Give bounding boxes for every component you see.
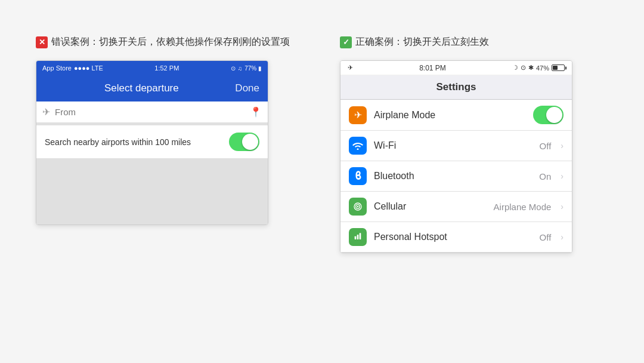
hotspot-chevron: ›	[561, 232, 564, 242]
right-status-time: 8:01 PM	[419, 64, 446, 72]
left-toggle-thumb	[242, 134, 258, 150]
bluetooth-icon: ϐ	[349, 167, 367, 185]
left-toggle[interactable]	[229, 133, 259, 151]
left-toggle-row: Search nearby airports within 100 miles	[36, 125, 268, 159]
cellular-icon	[349, 198, 367, 216]
wifi-icon	[349, 137, 367, 155]
left-gray-area	[36, 159, 268, 224]
settings-item-cellular[interactable]: Cellular Airplane Mode ›	[340, 192, 572, 222]
wifi-chevron: ›	[561, 141, 564, 150]
left-battery: 77% ▮	[244, 65, 262, 72]
left-nav-done[interactable]: Done	[235, 82, 259, 94]
right-battery-pct: 47%	[536, 64, 549, 72]
settings-item-bluetooth[interactable]: ϐ Bluetooth On ›	[340, 161, 572, 192]
bluetooth-label: Bluetooth	[374, 171, 532, 182]
error-icon: ✕	[36, 36, 48, 48]
svg-rect-5	[360, 233, 361, 239]
left-nav-bar: ‹ Select departure Done	[36, 75, 268, 101]
right-phone-mockup: ✈ 8:01 PM ☽ ⊙ ✱ 47% Settings	[340, 60, 572, 253]
left-status-store: App Store	[42, 64, 72, 72]
left-status-signal: ●●●● LTE	[74, 64, 103, 72]
main-container: ✕ 错误案例：切换开关后，依赖其他操作保存刚刚的设置项 App Store ●●…	[0, 0, 644, 363]
location-icon: 📍	[250, 106, 262, 118]
bluetooth-value: On	[539, 171, 551, 182]
cellular-chevron: ›	[561, 202, 564, 211]
left-panel-title: ✕ 错误案例：切换开关后，依赖其他操作保存刚刚的设置项	[36, 36, 290, 48]
right-title-text: 正确案例：切换开关后立刻生效	[355, 36, 489, 48]
settings-header: Settings	[340, 75, 572, 100]
airplane-toggle[interactable]	[533, 106, 564, 124]
cellular-label: Cellular	[374, 201, 487, 212]
svg-point-2	[357, 206, 359, 208]
airplane-icon: ✈	[349, 106, 367, 124]
right-panel-title: ✓ 正确案例：切换开关后立刻生效	[340, 36, 489, 48]
settings-item-hotspot[interactable]: Personal Hotspot Off ›	[340, 222, 572, 253]
wifi-value: Off	[540, 141, 552, 151]
left-title-text: 错误案例：切换开关后，依赖其他操作保存刚刚的设置项	[51, 36, 290, 48]
hotspot-value: Off	[540, 232, 552, 242]
cellular-value: Airplane Mode	[494, 202, 552, 212]
battery-icon	[552, 64, 565, 71]
bluetooth-chevron: ›	[561, 171, 564, 181]
search-plane-icon: ✈	[42, 106, 50, 118]
airplane-toggle-thumb	[546, 107, 562, 123]
right-status-right: ☽ ⊙ ✱ 47%	[512, 64, 565, 72]
left-status-right: ⊙ ♫ 77% ▮	[231, 65, 262, 72]
right-panel: ✓ 正确案例：切换开关后立刻生效 ✈ 8:01 PM ☽ ⊙ ✱ 47%	[340, 36, 608, 253]
svg-rect-4	[357, 235, 359, 239]
settings-item-wifi[interactable]: Wi-Fi Off ›	[340, 131, 572, 161]
settings-list: ✈ Airplane Mode Wi-Fi Off ›	[340, 100, 572, 253]
left-status-time: 1:52 PM	[154, 64, 179, 72]
right-airplane-status-icon: ✈	[348, 64, 353, 72]
left-panel: ✕ 错误案例：切换开关后，依赖其他操作保存刚刚的设置项 App Store ●●…	[36, 36, 304, 225]
wifi-label: Wi-Fi	[374, 140, 532, 151]
settings-title: Settings	[436, 81, 476, 93]
svg-rect-3	[355, 236, 357, 239]
search-input[interactable]	[55, 107, 245, 117]
hotspot-label: Personal Hotspot	[374, 232, 532, 242]
left-phone-mockup: App Store ●●●● LTE 1:52 PM ⊙ ♫ 77% ▮ ‹ S…	[36, 60, 268, 225]
right-status-bar: ✈ 8:01 PM ☽ ⊙ ✱ 47%	[340, 61, 572, 75]
airplane-label: Airplane Mode	[374, 110, 526, 121]
correct-icon: ✓	[340, 36, 352, 48]
hotspot-icon	[349, 228, 367, 246]
left-nav-title: Select departure	[104, 82, 179, 94]
left-status-bar: App Store ●●●● LTE 1:52 PM ⊙ ♫ 77% ▮	[36, 61, 268, 75]
settings-item-airplane[interactable]: ✈ Airplane Mode	[340, 100, 572, 131]
left-search-row: ✈ 📍	[36, 101, 268, 123]
left-toggle-label: Search nearby airports within 100 miles	[45, 137, 191, 147]
